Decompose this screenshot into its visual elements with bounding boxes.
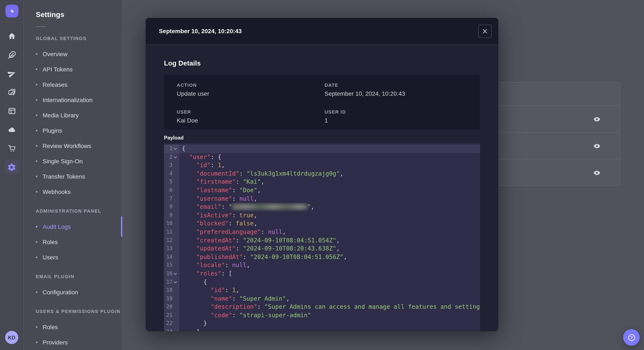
line-number: 13 [166, 245, 172, 253]
modal-title: September 10, 2024, 10:20:43 [159, 28, 242, 34]
sidebar-item-api-tokens[interactable]: API Tokens [36, 62, 122, 77]
strapi-logo-icon[interactable] [5, 5, 18, 17]
sidebar-item-media-library[interactable]: Media Library [36, 108, 122, 123]
line-number: 3 [170, 161, 172, 170]
field-action: ACTION Update user [177, 82, 324, 103]
field-value: Kai Doe [177, 117, 324, 124]
rail-item-content-manager[interactable] [7, 106, 16, 116]
fold-chevron-icon[interactable] [172, 155, 178, 160]
field-value: September 10, 2024, 10:20:43 [324, 90, 467, 97]
code-line: 9 "isActive": true, [164, 211, 480, 220]
code-line-content: "description": "Super Admins can access … [179, 303, 480, 311]
code-line: 18 "id": 1, [164, 286, 480, 295]
line-number: 23 [166, 328, 172, 331]
avatar[interactable]: KD [5, 331, 18, 344]
line-number: 2 [170, 153, 172, 161]
sidebar-item-webhooks[interactable]: Webhooks [36, 184, 122, 199]
field-user: USER Kai Doe [177, 109, 324, 130]
bullet-dot [36, 191, 38, 193]
code-line: 6 "lastname": "Doe", [164, 186, 480, 194]
eye-icon [594, 144, 600, 148]
rail-item-cloud[interactable] [7, 125, 16, 134]
line-number: 11 [166, 228, 172, 236]
rail-item-marketplace-cart[interactable] [7, 144, 16, 153]
view-log-button[interactable] [592, 168, 602, 178]
log-details-heading: Log Details [164, 59, 480, 68]
gutter: 18 [164, 286, 179, 295]
close-button[interactable] [478, 24, 492, 38]
code-line: 5 "firstname": "Kai", [164, 178, 480, 186]
sidebar-item-label: Audit Logs [42, 223, 71, 230]
gutter: 17 [164, 278, 179, 286]
code-line-content: "username": null, [179, 194, 480, 203]
gutter: 13 [164, 245, 179, 253]
icon-rail: KD [0, 0, 24, 350]
code-line-content: { [179, 145, 480, 153]
line-number: 10 [166, 220, 172, 228]
fold-chevron-icon[interactable] [172, 280, 178, 285]
gutter: 4 [164, 170, 179, 178]
fold-chevron-icon[interactable] [172, 271, 178, 276]
bullet-dot [36, 114, 38, 116]
fold-chevron-icon[interactable] [172, 146, 178, 151]
sidebar-item-transfer-tokens[interactable]: Transfer Tokens [36, 169, 122, 184]
sidebar-item-roles[interactable]: Roles [36, 234, 122, 250]
sidebar-item-providers[interactable]: Providers [36, 335, 122, 350]
gutter: 21 [164, 311, 179, 320]
gutter: 8 [164, 203, 179, 211]
gutter: 15 [164, 261, 179, 270]
rail-item-paper-plane[interactable] [7, 69, 16, 78]
sidebar-item-audit-logs[interactable]: Audit Logs [36, 219, 122, 234]
field-label: USER ID [324, 109, 467, 114]
code-line: 14 "publishedAt": "2024-09-10T08:04:51.0… [164, 253, 480, 261]
rail-item-feather[interactable] [7, 50, 16, 59]
help-button[interactable]: ? [623, 329, 640, 346]
rail-item-media-library[interactable] [7, 88, 16, 97]
sidebar-item-configuration[interactable]: Configuration [36, 285, 122, 300]
gutter: 16 [164, 270, 179, 278]
field-value: 1 [324, 117, 467, 124]
view-log-button[interactable] [592, 141, 602, 151]
line-number: 12 [166, 236, 172, 245]
code-line-content: "id": 1, [179, 286, 480, 295]
code-line: 11 "preferedLanguage": null, [164, 228, 480, 236]
close-icon [482, 29, 487, 33]
sidebar-item-users[interactable]: Users [36, 250, 122, 265]
line-number: 6 [170, 186, 172, 194]
code-line: 19 "name": "Super Admin", [164, 295, 480, 303]
gutter: 22 [164, 320, 179, 328]
rail-item-home[interactable] [7, 31, 16, 41]
sidebar-item-label: Providers [42, 339, 68, 346]
bullet-dot [36, 226, 38, 227]
field-label: USER [177, 109, 324, 114]
section-items: Configuration [36, 285, 122, 300]
sidebar-item-single-sign-on[interactable]: Single Sign-On [36, 154, 122, 169]
home-icon [8, 32, 16, 40]
field-value: Update user [177, 90, 324, 97]
sidebar-item-roles[interactable]: Roles [36, 319, 122, 335]
section-header: GLOBAL SETTINGS [36, 36, 122, 41]
gear-icon [7, 163, 16, 172]
sidebar-item-label: Webhooks [42, 188, 71, 195]
code-line: 13 "updatedAt": "2024-09-10T08:20:43.638… [164, 245, 480, 253]
field-label: DATE [324, 82, 467, 88]
line-number: 15 [166, 261, 172, 270]
view-log-button[interactable] [592, 114, 602, 124]
sidebar-item-label: Single Sign-On [42, 158, 83, 165]
payload-code-viewer[interactable]: 1{2 "user": {3 "id": 1,4 "documentId": "… [164, 143, 480, 331]
code-line: 1{ [164, 145, 480, 153]
sidebar-item-review-workflows[interactable]: Review Workflows [36, 138, 122, 154]
sidebar-item-internationalization[interactable]: Internationalization [36, 92, 122, 108]
gutter: 1 [164, 145, 179, 153]
sidebar-item-overview[interactable]: Overview [36, 46, 122, 62]
line-number: 4 [170, 170, 172, 178]
sidebar-item-plugins[interactable]: Plugins [36, 123, 122, 138]
bullet-dot [36, 241, 38, 243]
rail-item-gear[interactable] [7, 163, 16, 172]
code-line: 21 "code": "strapi-super-admin" [164, 311, 480, 320]
sidebar-item-releases[interactable]: Releases [36, 77, 122, 92]
bullet-dot [36, 130, 38, 131]
gutter: 19 [164, 295, 179, 303]
line-number: 9 [170, 211, 172, 220]
modal-header: September 10, 2024, 10:20:43 [146, 18, 498, 45]
